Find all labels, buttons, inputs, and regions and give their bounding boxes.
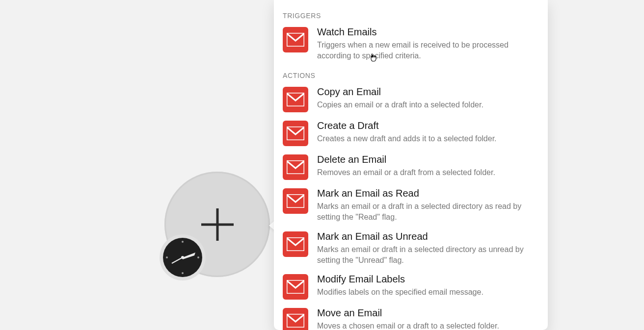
module-item-desc: Marks an email or draft in a selected di…: [317, 244, 539, 266]
module-picker-panel: TRIGGERS Watch Emails Triggers when a ne…: [274, 0, 548, 330]
module-item-title: Move an Email: [317, 307, 539, 319]
scenario-canvas[interactable]: TRIGGERS Watch Emails Triggers when a ne…: [0, 0, 644, 330]
module-item-move-email[interactable]: Move an Email Moves a chosen email or a …: [283, 305, 539, 330]
gmail-icon: [283, 188, 308, 214]
module-item-copy-email[interactable]: Copy an Email Copies an email or a draft…: [283, 83, 539, 117]
gmail-icon: [283, 274, 308, 300]
module-item-desc: Removes an email or a draft from a selec…: [317, 167, 539, 178]
section-header-actions: ACTIONS: [283, 72, 539, 79]
module-item-desc: Triggers when a new email is received to…: [317, 40, 539, 62]
module-item-title: Copy an Email: [317, 86, 539, 98]
module-item-desc: Copies an email or a draft into a select…: [317, 100, 539, 110]
module-item-watch-emails[interactable]: Watch Emails Triggers when a new email i…: [283, 24, 539, 67]
gmail-icon: [283, 121, 308, 146]
module-item-delete-email[interactable]: Delete an Email Removes an email or a dr…: [283, 151, 539, 185]
module-item-desc: Modifies labels on the specified email m…: [317, 287, 539, 298]
module-item-modify-labels[interactable]: Modify Email Labels Modifies labels on t…: [283, 271, 539, 305]
module-picker-scroll[interactable]: TRIGGERS Watch Emails Triggers when a ne…: [274, 0, 548, 330]
module-item-desc: Creates a new draft and adds it to a sel…: [317, 133, 539, 144]
module-item-desc: Moves a chosen email or a draft to a sel…: [317, 321, 539, 330]
module-item-title: Watch Emails: [317, 26, 539, 38]
svg-line-2: [172, 257, 183, 263]
module-item-title: Modify Email Labels: [317, 273, 539, 285]
module-item-title: Create a Draft: [317, 120, 539, 132]
module-item-mark-unread[interactable]: Mark an Email as Unread Marks an email o…: [283, 228, 539, 271]
gmail-icon: [283, 231, 308, 257]
module-item-title: Delete an Email: [317, 153, 539, 166]
gmail-icon: [283, 154, 308, 180]
gmail-icon: [283, 308, 308, 330]
schedule-badge[interactable]: [160, 234, 206, 280]
svg-marker-3: [183, 253, 195, 259]
module-item-desc: Marks an email or a draft in a selected …: [317, 201, 539, 223]
module-item-title: Mark an Email as Unread: [317, 230, 539, 243]
svg-point-4: [181, 256, 184, 259]
clock-icon: [163, 238, 202, 277]
module-item-mark-read[interactable]: Mark an Email as Read Marks an email or …: [283, 185, 539, 228]
gmail-icon: [283, 27, 308, 52]
gmail-icon: [283, 87, 308, 112]
module-item-title: Mark an Email as Read: [317, 187, 539, 200]
module-item-create-draft[interactable]: Create a Draft Creates a new draft and a…: [283, 117, 539, 151]
plus-icon: [199, 206, 236, 243]
section-header-triggers: TRIGGERS: [283, 12, 539, 20]
